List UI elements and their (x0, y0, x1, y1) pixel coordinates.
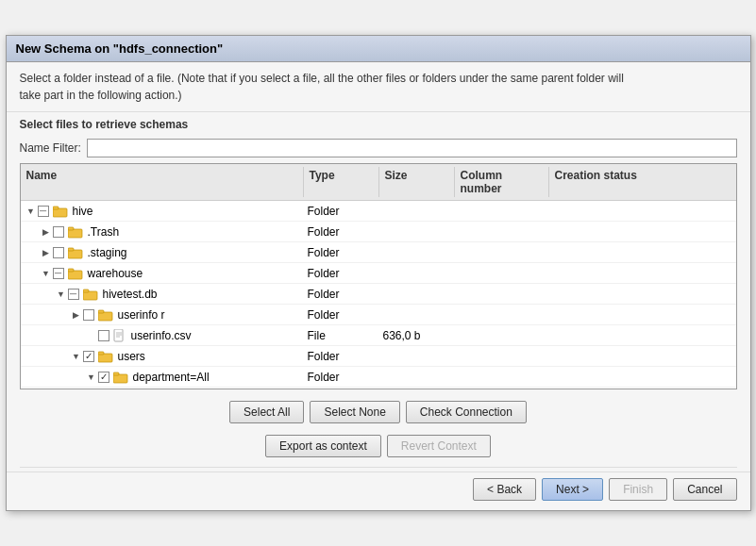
export-as-context-button[interactable]: Export as context (265, 435, 381, 457)
tree-row-name: users (118, 350, 145, 363)
folder-icon (68, 267, 83, 280)
tree-row-status (549, 376, 736, 378)
tree-row-type: Folder (304, 287, 379, 302)
check-connection-button[interactable]: Check Connection (406, 401, 527, 423)
svg-rect-2 (68, 229, 82, 238)
svg-rect-10 (98, 312, 112, 321)
svg-rect-7 (68, 269, 74, 272)
tree-name-cell: ▼✓ users (21, 349, 304, 364)
table-row[interactable]: ▼─ hivetest.dbFolder (21, 284, 736, 305)
svg-rect-8 (83, 291, 97, 300)
tree-row-name: hive (73, 205, 93, 218)
folder-icon (83, 288, 98, 301)
revert-context-button[interactable]: Revert Context (387, 435, 491, 457)
svg-rect-18 (113, 374, 127, 383)
tree-row-type: Folder (304, 370, 379, 385)
svg-rect-12 (114, 329, 123, 341)
tree-name-cell: ▶ .staging (21, 245, 304, 260)
expand-arrow-icon[interactable]: ▼ (42, 269, 51, 278)
expand-arrow-icon[interactable]: ▼ (72, 352, 81, 361)
table-row[interactable]: ▶ userinfo rFolder (21, 305, 736, 325)
tree-row-checkbox[interactable] (98, 330, 109, 341)
name-filter-label: Name Filter: (20, 141, 81, 155)
svg-rect-9 (83, 290, 89, 292)
tree-row-name: userinfo.csv (131, 329, 192, 342)
svg-rect-17 (98, 352, 104, 355)
next-button[interactable]: Next > (542, 478, 603, 501)
table-row[interactable]: ▶ .stagingFolder (21, 242, 736, 263)
table-row[interactable]: ▼─ warehouseFolder (21, 263, 736, 284)
table-row[interactable]: ▼✓ department=AllFolder (21, 367, 736, 388)
tree-body[interactable]: ▼─ hiveFolder▶ .TrashFolder▶ .stagingFol… (21, 201, 736, 389)
select-all-button[interactable]: Select All (229, 401, 304, 423)
expand-arrow-icon[interactable]: ▶ (42, 227, 51, 237)
folder-icon (68, 246, 83, 259)
expand-arrow-icon[interactable]: ▶ (42, 248, 51, 257)
tree-row-name: .Trash (88, 225, 120, 239)
expand-arrow-icon[interactable] (87, 331, 96, 340)
tree-name-cell: userinfo.csv (21, 328, 304, 343)
section-label: Select files to retrieve schemas (7, 112, 750, 135)
tree-row-checkbox[interactable] (83, 309, 94, 321)
col-header-type: Type (304, 167, 379, 197)
separator (20, 467, 737, 468)
tree-name-cell: ▼✓ department=All (21, 370, 304, 385)
table-row[interactable]: ▶ .TrashFolder (21, 222, 736, 242)
tree-row-name: hivetest.db (103, 288, 158, 301)
dialog-description: Select a folder instead of a file. (Note… (7, 62, 750, 112)
tree-row-checkbox[interactable] (53, 247, 64, 258)
tree-row-type: Folder (304, 266, 379, 281)
tree-rows: ▼─ hiveFolder▶ .TrashFolder▶ .stagingFol… (21, 201, 736, 389)
tree-row-checkbox[interactable]: ─ (53, 268, 64, 279)
tree-row-status (549, 356, 736, 357)
table-row[interactable]: userinfo.csvFile636,0 b (21, 325, 736, 346)
tree-header: Name Type Size Column number Creation st… (21, 164, 736, 201)
tree-row-checkbox[interactable]: ─ (68, 289, 79, 300)
tree-row-size (379, 376, 455, 378)
col-header-columns: Column number (455, 167, 549, 197)
expand-arrow-icon[interactable]: ▼ (57, 290, 66, 299)
description-line1: Select a folder instead of a file. (Note… (20, 72, 624, 85)
table-row[interactable]: ▼─ hiveFolder (21, 201, 736, 222)
tree-row-checkbox[interactable] (53, 226, 64, 238)
tree-row-type: Folder (304, 224, 379, 240)
col-header-status: Creation status (549, 167, 736, 197)
tree-row-checkbox[interactable]: ─ (38, 206, 49, 217)
expand-arrow-icon[interactable]: ▼ (87, 372, 96, 382)
tree-row-name: warehouse (88, 267, 143, 280)
tree-name-cell: ▼─ hive (21, 204, 304, 219)
table-row[interactable]: ✓ people.csvFile373,0 b4Success (21, 388, 736, 389)
expand-arrow-icon[interactable]: ▼ (26, 207, 36, 216)
name-filter-input[interactable] (87, 139, 737, 157)
finish-button[interactable]: Finish (609, 478, 667, 501)
tree-row-checkbox[interactable]: ✓ (83, 351, 94, 362)
folder-icon (53, 205, 68, 218)
back-button[interactable]: < Back (473, 478, 536, 501)
tree-row-size (379, 252, 455, 254)
svg-rect-0 (53, 208, 67, 217)
tree-container: Name Type Size Column number Creation st… (20, 163, 737, 389)
expand-arrow-icon[interactable]: ▶ (72, 310, 81, 320)
tree-row-columns (455, 293, 549, 295)
tree-row-columns (455, 376, 549, 378)
tree-row-status (549, 273, 736, 274)
tree-row-columns (455, 335, 549, 337)
col-header-name: Name (21, 167, 304, 197)
tree-row-size (379, 314, 455, 316)
tree-row-status (549, 293, 736, 295)
select-none-button[interactable]: Select None (310, 401, 399, 423)
cancel-button[interactable]: Cancel (673, 478, 736, 501)
tree-row-columns (455, 356, 549, 357)
svg-rect-3 (68, 227, 74, 230)
table-row[interactable]: ▼✓ usersFolder (21, 346, 736, 367)
tree-row-checkbox[interactable]: ✓ (98, 372, 109, 383)
tree-row-columns (455, 231, 549, 233)
name-filter-row: Name Filter: (7, 135, 750, 163)
folder-icon (113, 371, 128, 384)
tree-row-name: .staging (88, 246, 127, 259)
tree-row-type: Folder (304, 349, 379, 364)
tree-row-size (379, 293, 455, 295)
tree-row-size: 636,0 b (379, 328, 455, 343)
tree-row-status (549, 314, 736, 316)
svg-rect-1 (53, 207, 59, 209)
